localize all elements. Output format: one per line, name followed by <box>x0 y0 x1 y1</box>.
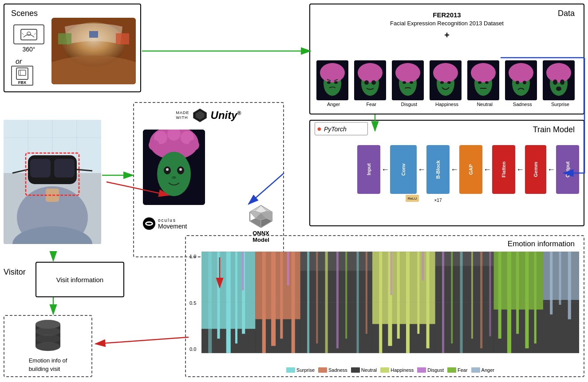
svg-point-27 <box>403 81 406 84</box>
legend-label-fear: Fear <box>458 367 468 373</box>
svg-point-14 <box>320 63 345 83</box>
svg-rect-10 <box>116 33 129 44</box>
face-label-anger: Anger <box>316 102 351 107</box>
svg-point-49 <box>560 79 564 85</box>
pytorch-icon: ● <box>317 124 322 134</box>
oculus-logo-area: oculus Movement <box>143 217 187 230</box>
svg-rect-103 <box>235 252 237 343</box>
svg-rect-127 <box>426 252 430 348</box>
face-happiness: Happiness <box>430 60 464 107</box>
legend-label-neutral: Neutral <box>361 367 377 373</box>
legend-label-happiness: Happiness <box>391 367 414 373</box>
degree-text: 360° <box>13 46 44 53</box>
nn-arrow-3: ← <box>483 165 491 174</box>
face-anger: Anger <box>316 60 351 107</box>
legend-neutral: Neutral <box>351 367 377 373</box>
train-model-box: Train Model ● PyTorch Output ← Gemm ← Fl… <box>309 120 584 226</box>
chart-svg <box>201 252 579 353</box>
svg-rect-133 <box>471 252 473 339</box>
nn-arrow-4: ← <box>450 165 458 174</box>
svg-point-15 <box>327 81 331 84</box>
svg-point-33 <box>447 81 451 84</box>
nn-arrow-1: ← <box>547 165 555 174</box>
svg-rect-4 <box>16 68 28 79</box>
svg-point-79 <box>166 168 169 171</box>
svg-point-96 <box>36 334 60 343</box>
oculus-icon <box>143 217 155 230</box>
face-sadness: Sadness <box>505 60 540 107</box>
nn-block-conv: Conv <box>390 145 417 194</box>
svg-rect-109 <box>280 252 283 339</box>
visitor-photo <box>4 120 101 244</box>
svg-rect-119 <box>366 252 367 334</box>
or-text: or <box>16 58 22 66</box>
svg-point-42 <box>509 63 533 83</box>
svg-rect-147 <box>568 252 571 319</box>
nn-conv-container: Conv ReLU <box>390 145 417 194</box>
visitor-area: Visitor <box>4 120 106 253</box>
svg-rect-141 <box>525 252 529 348</box>
svg-rect-63 <box>54 159 75 177</box>
movement-text: Movement <box>158 223 187 230</box>
svg-point-22 <box>364 80 369 85</box>
svg-rect-108 <box>271 252 276 346</box>
legend-label-anger: Anger <box>481 367 494 373</box>
visit-info-box: Visit information <box>36 262 124 297</box>
face-label-neutral: Neutral <box>467 102 502 107</box>
y-label-2: 0.5 <box>189 300 196 306</box>
svg-point-23 <box>371 80 376 85</box>
nn-block-input: Input <box>357 145 380 194</box>
chart-container <box>201 252 579 353</box>
database-icon <box>35 319 61 352</box>
svg-rect-126 <box>417 252 419 334</box>
legend-label-surprise: Surprise <box>296 367 315 373</box>
legend-happiness: Happiness <box>380 367 414 373</box>
svg-rect-134 <box>480 252 482 348</box>
y-label-1: 1.0 <box>189 254 196 259</box>
svg-rect-117 <box>345 252 347 339</box>
svg-rect-62 <box>30 159 51 177</box>
face-label-surprise: Surprise <box>543 102 577 107</box>
svg-line-3 <box>34 33 36 35</box>
svg-rect-114 <box>316 252 318 343</box>
legend-surprise: Surprise <box>286 367 315 373</box>
legend-disgust: Disgust <box>417 367 444 373</box>
svg-point-48 <box>553 79 557 85</box>
scene-photo-inner <box>51 18 136 84</box>
svg-point-50 <box>556 87 561 91</box>
nn-block-gap: GAP <box>459 145 482 194</box>
svg-rect-124 <box>397 252 400 339</box>
fbx-icon: FBX <box>11 66 33 86</box>
unity-text: Unity® <box>211 109 241 122</box>
face-img-disgust <box>392 60 424 100</box>
pytorch-text: PyTorch <box>324 126 347 133</box>
plus-sign: + <box>310 30 584 40</box>
fbx-label: FBX <box>18 80 26 85</box>
face-neutral: Neutral <box>467 60 502 107</box>
face-label-fear: Fear <box>354 102 389 107</box>
emotion-info-box: Emotion info ofbuilding visit <box>4 315 92 377</box>
nn-arrow-5: ← <box>418 165 426 174</box>
svg-point-32 <box>440 81 444 84</box>
face-img-anger <box>316 60 348 100</box>
svg-point-80 <box>179 168 182 171</box>
nn-blocks: Output ← Gemm ← Flatten ← GAP ← B-Block … <box>315 143 579 196</box>
oculus-brand: oculus <box>158 218 187 223</box>
svg-marker-89 <box>250 218 261 228</box>
face-img-sadness <box>505 60 537 100</box>
nn-block-flatten: Flatten <box>492 145 515 194</box>
svg-point-43 <box>516 81 519 84</box>
svg-rect-148 <box>242 252 244 290</box>
nn-arrow-2: ← <box>516 165 524 174</box>
svg-point-44 <box>523 81 526 84</box>
svg-point-28 <box>410 81 413 84</box>
emotion-info-title: Emotion information <box>508 240 575 248</box>
train-model-label: Train Model <box>533 125 575 134</box>
svg-point-16 <box>334 81 338 84</box>
avatar-face-unity <box>143 130 205 205</box>
emotion-faces: Anger Fear <box>315 60 579 107</box>
unity-logo-icon <box>192 107 208 123</box>
scene-photo <box>51 18 136 84</box>
svg-rect-9 <box>58 33 71 44</box>
legend-anger: Anger <box>471 367 494 373</box>
